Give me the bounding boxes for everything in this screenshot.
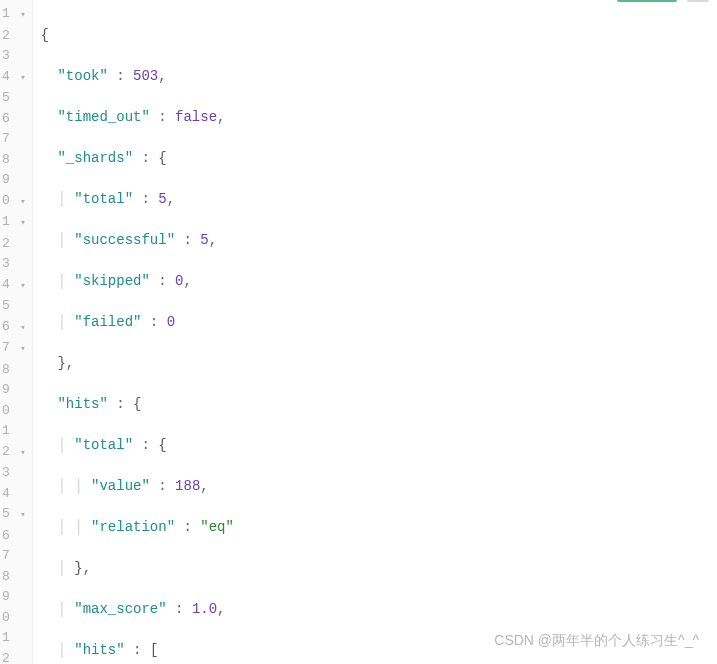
code-editor[interactable]: 1 ▾2 3 4 ▾5 6 7 8 9 0 ▾1 ▾2 3 4 ▾5 6 ▾7 … (0, 0, 717, 664)
line-number: 2 ▾ (2, 442, 26, 464)
line-number: 3 (2, 463, 26, 484)
json-value: 188 (175, 478, 200, 494)
json-value: 5 (200, 232, 208, 248)
line-number: 3 (2, 46, 26, 67)
line-number: 4 ▾ (2, 67, 26, 89)
line-number: 1 (2, 421, 26, 442)
json-value: "eq" (200, 519, 234, 535)
code-content[interactable]: { "took" : 503, "timed_out" : false, "_s… (33, 0, 612, 664)
line-number: 4 ▾ (2, 275, 26, 297)
json-key: "successful" (74, 232, 175, 248)
line-number: 0 ▾ (2, 191, 26, 213)
json-key: "max_score" (74, 601, 166, 617)
json-value: 5 (158, 191, 166, 207)
run-button[interactable] (617, 0, 677, 2)
line-number: 2 (2, 26, 26, 47)
line-number: 8 (2, 567, 26, 588)
line-number: 8 (2, 150, 26, 171)
line-number: 0 (2, 608, 26, 629)
line-number: 9 (2, 170, 26, 191)
json-key: "total" (74, 437, 133, 453)
line-number: 9 (2, 587, 26, 608)
line-number: 1 ▾ (2, 212, 26, 234)
line-number: 5 (2, 296, 26, 317)
json-value: 503 (133, 68, 158, 84)
json-key: "timed_out" (57, 109, 149, 125)
json-key: "total" (74, 191, 133, 207)
line-number: 1 ▾ (2, 4, 26, 26)
line-number: 1 (2, 628, 26, 649)
json-key: "took" (57, 68, 107, 84)
line-number: 7 ▾ (2, 338, 26, 360)
line-number: 5 ▾ (2, 504, 26, 526)
line-number: 0 (2, 401, 26, 422)
line-number: 6 (2, 109, 26, 130)
line-number: 2 (2, 649, 26, 665)
json-key: "hits" (74, 642, 124, 658)
json-key: "relation" (91, 519, 175, 535)
line-number: 6 (2, 526, 26, 547)
line-number: 4 (2, 484, 26, 505)
line-number-gutter: 1 ▾2 3 4 ▾5 6 7 8 9 0 ▾1 ▾2 3 4 ▾5 6 ▾7 … (0, 0, 33, 664)
line-number: 3 (2, 254, 26, 275)
json-key: "skipped" (74, 273, 150, 289)
secondary-button[interactable] (687, 0, 709, 2)
json-value: false (175, 109, 217, 125)
json-key: "value" (91, 478, 150, 494)
line-number: 8 (2, 360, 26, 381)
line-number: 7 (2, 546, 26, 567)
json-key: "failed" (74, 314, 141, 330)
json-key: "hits" (57, 396, 107, 412)
line-number: 5 (2, 88, 26, 109)
json-key: "_shards" (57, 150, 133, 166)
json-value: 0 (167, 314, 175, 330)
line-number: 6 ▾ (2, 317, 26, 339)
line-number: 7 (2, 129, 26, 150)
line-number: 2 (2, 234, 26, 255)
json-value: 1.0 (192, 601, 217, 617)
line-number: 9 (2, 380, 26, 401)
